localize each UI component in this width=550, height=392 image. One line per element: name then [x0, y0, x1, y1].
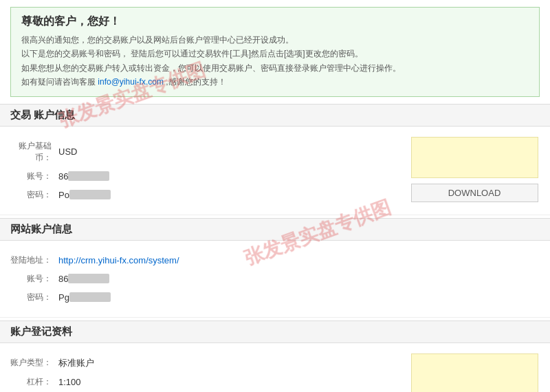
- account-prefix: 86: [58, 171, 68, 182]
- website-account-row: 账号： 86: [10, 270, 540, 288]
- notice-email[interactable]: info@yihui-fx.com: [98, 77, 164, 87]
- w-password-prefix: Pg: [58, 292, 69, 303]
- trading-password-row: 密码： Po: [10, 186, 388, 204]
- account-redacted: [68, 171, 109, 181]
- website-account-section: 登陆地址： http://crm.yihui-fx.com/system/ 账号…: [0, 241, 550, 318]
- trading-account-row: 账号： 86: [10, 167, 388, 186]
- login-url-row: 登陆地址： http://crm.yihui-fx.com/system/: [10, 251, 540, 270]
- registration-yellow-box: [411, 353, 538, 392]
- website-password-label: 密码：: [10, 292, 58, 303]
- notice-title: 尊敬的客户，您好！: [21, 14, 529, 29]
- website-account-header: 网站账户信息: [0, 218, 550, 241]
- account-registration-header: 账户登记资料: [0, 320, 550, 343]
- password-prefix: Po: [58, 190, 69, 200]
- trading-account-section: 账户基础币： USD 账号： 86 密码： Po DOWNLOAD: [0, 127, 550, 215]
- notice-line4-prefix: 如有疑问请咨询客服: [21, 77, 98, 87]
- login-url-value[interactable]: http://crm.yihui-fx.com/system/: [58, 255, 179, 265]
- base-currency-row: 账户基础币： USD: [10, 137, 388, 167]
- leverage-row: 杠杆： 1:100: [10, 373, 388, 391]
- leverage-label: 杠杆：: [10, 376, 58, 388]
- download-button[interactable]: DOWNLOAD: [411, 184, 538, 202]
- website-password-row: 密码： Pg: [10, 288, 540, 307]
- w-password-redacted: [69, 292, 111, 302]
- trading-account-header: 交易 账户信息: [0, 104, 550, 127]
- account-type-row: 账户类型： 标准账户: [10, 353, 388, 373]
- website-account-left: 登陆地址： http://crm.yihui-fx.com/system/ 账号…: [0, 248, 550, 310]
- password-redacted: [69, 190, 111, 199]
- account-registration-left: 账户类型： 标准账户 杠杆： 1:100 代理账号： 姓名： 王 国籍： 中国: [0, 350, 399, 392]
- notice-line1: 很高兴的通知您，您的交易账户以及网站后台账户管理中心已经开设成功。: [21, 33, 529, 47]
- trading-account-right: DOWNLOAD: [399, 133, 550, 208]
- account-registration-section: 账户类型： 标准账户 杠杆： 1:100 代理账号： 姓名： 王 国籍： 中国 …: [0, 343, 550, 392]
- trading-account-number: 86: [58, 171, 109, 182]
- trading-password-label: 密码：: [10, 189, 58, 201]
- trading-account-label: 账号：: [10, 171, 58, 182]
- w-account-redacted: [68, 274, 109, 283]
- account-type-value: 标准账户: [58, 357, 94, 369]
- base-currency-value: USD: [58, 146, 77, 157]
- account-type-label: 账户类型：: [10, 357, 58, 369]
- notice-line2: 以下是您的交易账号和密码， 登陆后您可以通过交易软件[工具]然后点击[选项]更改…: [21, 47, 529, 61]
- website-password-value: Pg: [58, 292, 111, 303]
- trading-password-value: Po: [58, 190, 111, 200]
- leverage-value: 1:100: [58, 377, 81, 387]
- login-url-label: 登陆地址：: [10, 254, 58, 266]
- trading-yellow-box: [411, 137, 538, 178]
- account-registration-right: Deposit Accounts: [399, 350, 550, 392]
- notice-line4: 如有疑问请咨询客服 info@yihui-fx.com ,感谢您的支持！: [21, 75, 529, 89]
- notice-text: 很高兴的通知您，您的交易账户以及网站后台账户管理中心已经开设成功。 以下是您的交…: [21, 33, 529, 89]
- trading-account-left: 账户基础币： USD 账号： 86 密码： Po: [0, 133, 399, 208]
- website-account-label: 账号：: [10, 273, 58, 285]
- website-account-title: 网站账户信息: [10, 223, 72, 235]
- notice-line4-suffix: ,感谢您的支持！: [164, 77, 226, 87]
- w-account-prefix: 86: [58, 274, 68, 284]
- notice-line3: 如果您想从您的交易账户转入或转出资金，您可以使用交易账户、密码直接登录账户管理中…: [21, 61, 529, 75]
- notice-box: 尊敬的客户，您好！ 很高兴的通知您，您的交易账户以及网站后台账户管理中心已经开设…: [10, 7, 540, 97]
- base-currency-label: 账户基础币：: [10, 140, 58, 164]
- account-registration-title: 账户登记资料: [10, 325, 72, 337]
- website-account-number: 86: [58, 274, 109, 284]
- trading-account-title: 交易 账户信息: [10, 109, 75, 120]
